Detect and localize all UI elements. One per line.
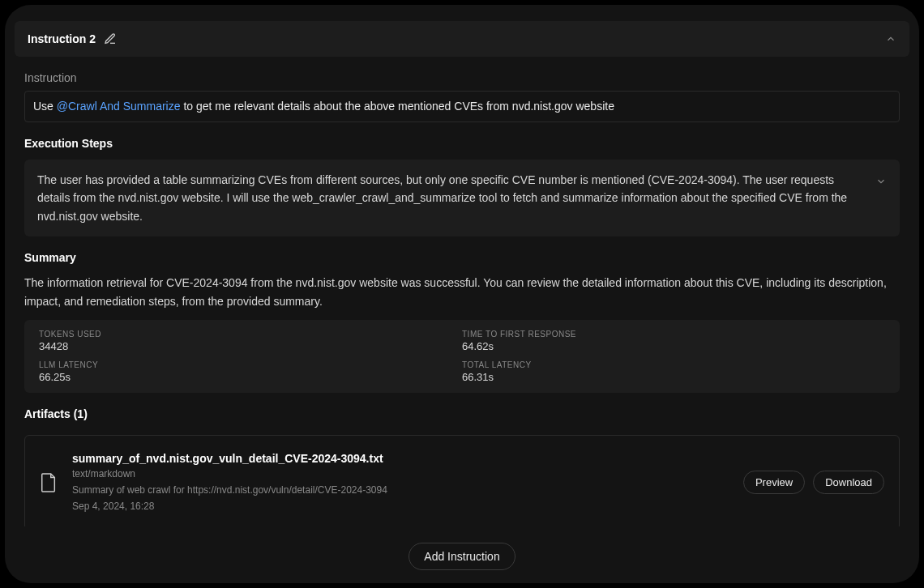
- expand-step-icon[interactable]: [875, 176, 887, 187]
- artifact-description: Summary of web crawl for https://nvd.nis…: [72, 483, 729, 497]
- metric-label: TIME TO FIRST RESPONSE: [462, 330, 885, 339]
- execution-steps-title: Execution Steps: [24, 137, 900, 150]
- metric-value: 66.25s: [39, 371, 462, 383]
- artifact-info: summary_of_nvd.nist.gov_vuln_detail_CVE-…: [72, 452, 729, 513]
- metrics-panel: TOKENS USED 34428 TIME TO FIRST RESPONSE…: [24, 320, 900, 393]
- artifacts-title: Artifacts (1): [24, 407, 900, 420]
- header-left: Instruction 2: [28, 32, 117, 45]
- artifact-item: summary_of_nvd.nist.gov_vuln_detail_CVE-…: [24, 435, 900, 526]
- artifact-date: Sep 4, 2024, 16:28: [72, 499, 729, 513]
- metric-time-to-first: TIME TO FIRST RESPONSE 64.62s: [462, 330, 885, 352]
- tool-mention[interactable]: @Crawl And Summarize: [57, 100, 181, 113]
- artifact-actions: Preview Download: [743, 471, 884, 494]
- artifact-mime: text/markdown: [72, 467, 729, 481]
- execution-step[interactable]: The user has provided a table summarizin…: [24, 160, 900, 236]
- metric-value: 66.31s: [462, 371, 885, 383]
- file-icon: [40, 471, 58, 494]
- metric-label: LLM LATENCY: [39, 360, 462, 369]
- instruction-label: Instruction: [24, 71, 900, 84]
- metric-total-latency: TOTAL LATENCY 66.31s: [462, 360, 885, 383]
- preview-button[interactable]: Preview: [743, 471, 805, 494]
- metric-llm-latency: LLM LATENCY 66.25s: [39, 360, 462, 383]
- metric-tokens-used: TOKENS USED 34428: [39, 330, 462, 352]
- panel-content: Instruction Use @Crawl And Summarize to …: [15, 57, 909, 526]
- instruction-suffix: to get me relevant details about the abo…: [183, 100, 614, 113]
- edit-icon[interactable]: [104, 32, 117, 45]
- summary-text: The information retrieval for CVE-2024-3…: [24, 274, 900, 310]
- panel-header[interactable]: Instruction 2: [15, 21, 909, 57]
- metric-label: TOTAL LATENCY: [462, 360, 885, 369]
- instruction-prefix: Use: [33, 100, 57, 113]
- instruction-panel: Instruction 2 Instruction Use @Crawl And…: [5, 5, 919, 583]
- collapse-icon[interactable]: [885, 33, 896, 45]
- instruction-title: Instruction 2: [28, 32, 96, 45]
- instruction-input[interactable]: Use @Crawl And Summarize to get me relev…: [24, 91, 900, 122]
- metric-label: TOKENS USED: [39, 330, 462, 339]
- artifact-filename: summary_of_nvd.nist.gov_vuln_detail_CVE-…: [72, 452, 729, 465]
- download-button[interactable]: Download: [813, 471, 884, 494]
- execution-step-text: The user has provided a table summarizin…: [37, 171, 866, 225]
- panel-footer: Add Instruction: [15, 526, 909, 570]
- summary-title: Summary: [24, 251, 900, 264]
- add-instruction-button[interactable]: Add Instruction: [409, 543, 515, 570]
- metric-value: 34428: [39, 340, 462, 352]
- metric-value: 64.62s: [462, 340, 885, 352]
